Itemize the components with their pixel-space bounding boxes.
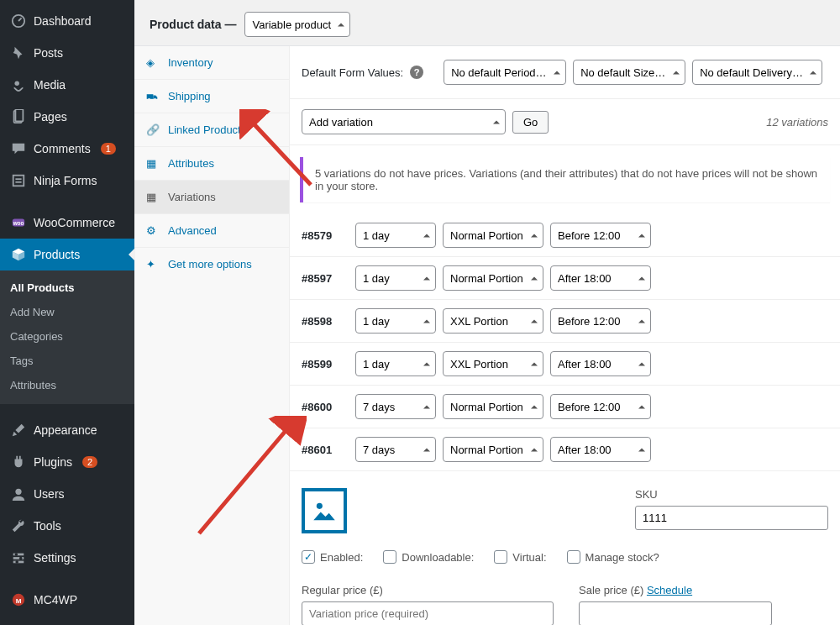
variation-delivery-select[interactable]: Before 12:00 bbox=[550, 223, 651, 248]
tab-shipping[interactable]: Shipping bbox=[134, 80, 289, 113]
sidebar-item-appearance[interactable]: Appearance bbox=[0, 414, 134, 446]
sidebar-item-mc4wp[interactable]: MMC4WP bbox=[0, 584, 134, 616]
enabled-checkbox[interactable]: ✓Enabled: bbox=[302, 550, 363, 564]
variation-delivery-select[interactable]: Before 12:00 bbox=[550, 394, 651, 419]
sidebar-item-dashboard[interactable]: Dashboard bbox=[0, 5, 134, 37]
variation-row[interactable]: #85791 dayNormal PortionBefore 12:00 bbox=[290, 214, 840, 257]
product-icon bbox=[10, 246, 27, 263]
sidebar-item-label: Appearance bbox=[34, 423, 97, 437]
svg-rect-4 bbox=[13, 176, 24, 186]
svg-point-20 bbox=[148, 98, 150, 101]
tab-advanced[interactable]: ⚙Advanced bbox=[134, 214, 289, 248]
sidebar-item-settings[interactable]: Settings bbox=[0, 542, 134, 574]
variation-period-select[interactable]: 1 day bbox=[355, 308, 436, 334]
default-period-select[interactable]: No default Period… bbox=[444, 60, 566, 85]
submenu-add-new[interactable]: Add New bbox=[0, 300, 134, 324]
tab-label: Variations bbox=[168, 191, 216, 203]
sidebar-item-label: Settings bbox=[34, 551, 76, 565]
tab-get-more[interactable]: ✦Get more options bbox=[134, 248, 289, 281]
variation-period-select[interactable]: 1 day bbox=[355, 265, 436, 291]
downloadable-checkbox[interactable]: Downloadable: bbox=[383, 550, 474, 564]
svg-text:M: M bbox=[16, 597, 22, 605]
sidebar-item-label: Plugins bbox=[34, 455, 72, 469]
variation-size-select[interactable]: Normal Portion bbox=[443, 223, 543, 248]
sale-price-input[interactable] bbox=[579, 601, 772, 625]
tab-variations[interactable]: ▦Variations bbox=[134, 181, 289, 214]
regular-price-label: Regular price (£) bbox=[302, 584, 554, 596]
regular-price-input[interactable] bbox=[302, 601, 554, 625]
sidebar-item-users[interactable]: Users bbox=[0, 478, 134, 510]
sidebar-item-ninja-forms[interactable]: Ninja Forms bbox=[0, 165, 134, 197]
sidebar-item-comments[interactable]: Comments1 bbox=[0, 133, 134, 165]
variation-delivery-select[interactable]: Before 12:00 bbox=[550, 308, 651, 334]
variation-size-select[interactable]: Normal Portion bbox=[443, 265, 543, 291]
checkbox-icon bbox=[383, 550, 396, 564]
product-type-select[interactable]: Variable product bbox=[244, 12, 350, 37]
variation-period-select[interactable]: 1 day bbox=[355, 351, 436, 376]
sidebar-item-pages[interactable]: Pages bbox=[0, 101, 134, 133]
add-variation-row: Add variation Go 12 variations bbox=[290, 99, 840, 145]
variation-id: #8597 bbox=[302, 272, 349, 285]
tab-linked-products[interactable]: 🔗Linked Products bbox=[134, 113, 289, 147]
schedule-link[interactable]: Schedule bbox=[647, 584, 692, 596]
variation-size-select[interactable]: XXL Portion bbox=[443, 351, 543, 376]
sidebar-item-media[interactable]: Media bbox=[0, 69, 134, 101]
grid-icon: ▦ bbox=[146, 157, 160, 170]
sidebar-item-label: Comments bbox=[34, 142, 91, 155]
variation-size-select[interactable]: Normal Portion bbox=[443, 394, 543, 419]
variation-image-upload[interactable] bbox=[302, 488, 347, 533]
default-delivery-select[interactable]: No default Delivery… bbox=[692, 60, 822, 85]
tab-label: Advanced bbox=[168, 224, 217, 237]
svg-point-1 bbox=[15, 81, 19, 86]
variation-row[interactable]: #86007 daysNormal PortionBefore 12:00 bbox=[290, 386, 840, 428]
sidebar-item-tools[interactable]: Tools bbox=[0, 510, 134, 542]
mc-icon: M bbox=[10, 591, 27, 608]
svg-point-14 bbox=[19, 557, 23, 560]
sidebar-item-label: Users bbox=[34, 487, 65, 501]
sidebar-item-plugins[interactable]: Plugins2 bbox=[0, 446, 134, 478]
sidebar-item-woocommerce[interactable]: wooWooCommerce bbox=[0, 207, 134, 239]
variation-id: #8598 bbox=[302, 315, 349, 328]
variation-row[interactable]: #85991 dayXXL PortionAfter 18:00 bbox=[290, 343, 840, 386]
sidebar-item-posts[interactable]: Posts bbox=[0, 37, 134, 69]
form-icon bbox=[10, 172, 27, 189]
variation-count: 12 variations bbox=[766, 116, 828, 129]
plugin-icon bbox=[10, 454, 27, 470]
virtual-checkbox[interactable]: Virtual: bbox=[494, 550, 546, 564]
variation-delivery-select[interactable]: After 18:00 bbox=[550, 351, 651, 376]
variation-delivery-select[interactable]: After 18:00 bbox=[550, 437, 651, 462]
submenu-all-products[interactable]: All Products bbox=[0, 276, 134, 300]
go-button[interactable]: Go bbox=[512, 111, 549, 134]
variation-period-select[interactable]: 7 days bbox=[355, 394, 436, 419]
tab-inventory[interactable]: ◈Inventory bbox=[134, 46, 289, 80]
sidebar-item-products[interactable]: Products bbox=[0, 239, 134, 270]
variation-row[interactable]: #86017 daysNormal PortionAfter 18:00 bbox=[290, 428, 840, 471]
default-size-select[interactable]: No default Size… bbox=[573, 60, 685, 85]
sku-input[interactable] bbox=[635, 506, 828, 530]
submenu-tags[interactable]: Tags bbox=[0, 349, 134, 373]
variation-size-select[interactable]: Normal Portion bbox=[443, 437, 543, 462]
gear-icon: ⚙ bbox=[146, 224, 160, 237]
inventory-icon: ◈ bbox=[146, 56, 160, 69]
variation-period-select[interactable]: 7 days bbox=[355, 437, 436, 462]
variation-row[interactable]: #85981 dayXXL PortionBefore 12:00 bbox=[290, 300, 840, 343]
default-values-label: Default Form Values: bbox=[302, 66, 403, 79]
price-missing-notice: 5 variations do not have prices. Variati… bbox=[300, 157, 830, 202]
products-submenu: All Products Add New Categories Tags Att… bbox=[0, 270, 134, 404]
submenu-categories[interactable]: Categories bbox=[0, 324, 134, 349]
help-icon[interactable]: ? bbox=[410, 66, 423, 79]
manage-stock-checkbox[interactable]: Manage stock? bbox=[567, 550, 659, 564]
tab-attributes[interactable]: ▦Attributes bbox=[134, 147, 289, 181]
product-data-header: Product data — Variable product bbox=[134, 0, 840, 45]
product-data-tabs: ◈Inventory Shipping 🔗Linked Products ▦At… bbox=[134, 46, 290, 625]
sidebar-collapse[interactable]: Collapse menu bbox=[0, 616, 134, 625]
truck-icon bbox=[146, 91, 160, 102]
submenu-attributes[interactable]: Attributes bbox=[0, 373, 134, 397]
sidebar-item-label: Pages bbox=[34, 110, 67, 123]
sidebar-item-label: MC4WP bbox=[34, 593, 77, 607]
variation-row[interactable]: #85971 dayNormal PortionAfter 18:00 bbox=[290, 257, 840, 300]
variation-action-select[interactable]: Add variation bbox=[302, 109, 506, 134]
variation-delivery-select[interactable]: After 18:00 bbox=[550, 265, 651, 291]
variation-period-select[interactable]: 1 day bbox=[355, 223, 436, 248]
variation-size-select[interactable]: XXL Portion bbox=[443, 308, 543, 334]
